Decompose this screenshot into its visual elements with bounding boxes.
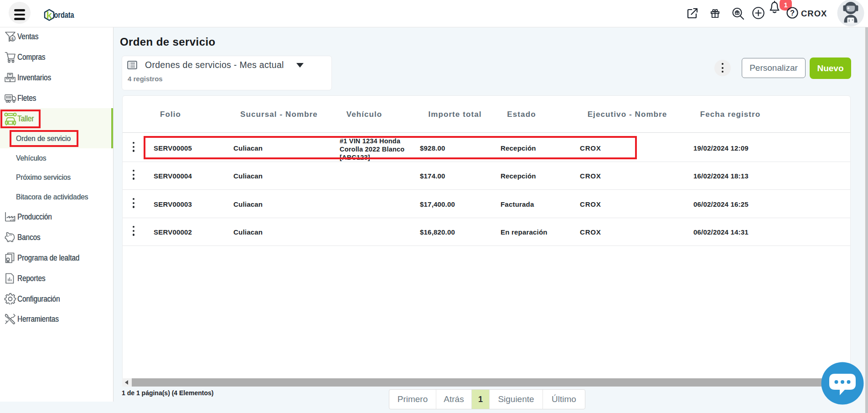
svg-text:ordata: ordata [54,10,74,20]
svg-text:?: ? [790,9,795,17]
svg-text:$: $ [11,36,14,41]
svg-text:k: k [46,10,52,21]
